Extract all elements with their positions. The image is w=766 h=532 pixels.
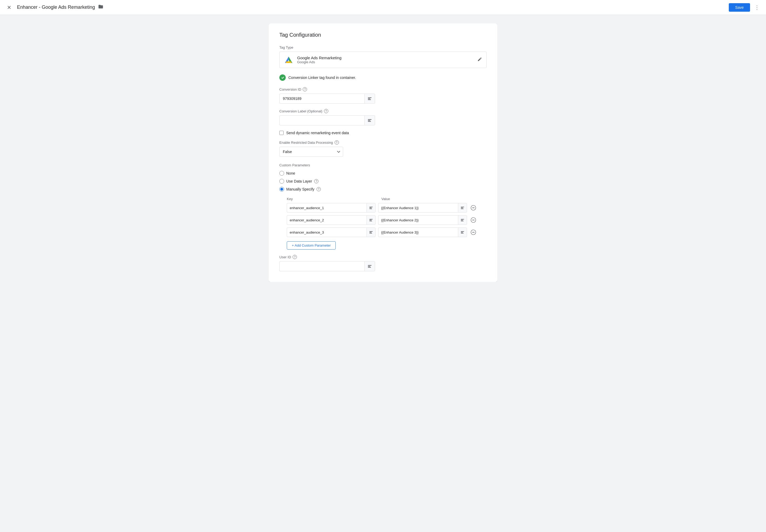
svg-rect-23 <box>369 232 372 233</box>
restricted-help-icon[interactable]: ? <box>335 140 339 145</box>
topbar-left: ✕ Enhancer - Google Ads Remarketing <box>4 3 729 12</box>
save-button[interactable]: Save <box>729 3 750 12</box>
page-title: Enhancer - Google Ads Remarketing <box>17 5 95 10</box>
svg-rect-5 <box>368 119 372 120</box>
param-value-header: Value <box>381 197 472 201</box>
param-value-input-1[interactable] <box>378 203 458 213</box>
remove-param-btn-1[interactable] <box>470 204 477 212</box>
svg-rect-12 <box>461 208 463 208</box>
param-table: Key Value <box>287 197 487 237</box>
radio-none-row[interactable]: None <box>279 171 487 176</box>
conversion-id-section: Conversion ID ? 979309189 <box>279 87 487 104</box>
svg-rect-18 <box>461 219 464 219</box>
conversion-id-input[interactable]: 979309189 <box>279 94 364 104</box>
svg-rect-26 <box>461 232 463 233</box>
param-value-var-btn-1[interactable] <box>458 203 467 213</box>
datalayer-help-icon[interactable]: ? <box>314 179 318 183</box>
svg-rect-3 <box>368 98 370 99</box>
conversion-label-variable-btn[interactable] <box>364 115 375 125</box>
param-key-header: Key <box>287 197 377 201</box>
param-value-var-btn-2[interactable] <box>458 215 467 225</box>
user-id-label: User ID ? <box>279 255 487 259</box>
topbar-actions: Save ⋮ <box>729 3 762 12</box>
more-menu-icon[interactable]: ⋮ <box>752 3 762 12</box>
svg-rect-7 <box>368 121 371 122</box>
param-key-var-btn-2[interactable] <box>367 215 376 225</box>
restricted-processing-label: Enable Restricted Data Processing ? <box>279 140 487 145</box>
send-dynamic-checkbox[interactable] <box>279 131 284 135</box>
param-header: Key Value <box>287 197 487 201</box>
param-row <box>287 215 487 225</box>
svg-rect-11 <box>461 207 464 207</box>
tag-type-info: Google Ads Remarketing Google Ads <box>297 56 342 64</box>
remove-param-btn-2[interactable] <box>470 216 477 224</box>
param-value-wrap-3 <box>378 227 467 237</box>
tag-type-left: Google Ads Remarketing Google Ads <box>284 55 342 65</box>
tag-type-section: Tag Type <box>279 45 487 68</box>
param-key-wrap-2 <box>287 215 376 225</box>
svg-rect-31 <box>368 267 371 268</box>
svg-rect-16 <box>369 220 372 220</box>
param-key-wrap-3 <box>287 227 376 237</box>
tag-config-card: Tag Configuration Tag Type <box>269 23 497 282</box>
svg-rect-13 <box>461 209 464 209</box>
param-value-wrap-1 <box>378 203 467 213</box>
svg-rect-8 <box>369 207 373 207</box>
tag-type-label: Tag Type <box>279 45 487 49</box>
svg-rect-2 <box>368 98 372 98</box>
param-key-input-1[interactable] <box>287 203 367 213</box>
svg-rect-25 <box>461 231 464 232</box>
radio-manually-row[interactable]: Manually Specify ? <box>279 187 487 192</box>
user-id-variable-btn[interactable] <box>364 261 375 271</box>
param-key-var-btn-3[interactable] <box>367 227 376 237</box>
param-value-input-3[interactable] <box>378 227 458 237</box>
param-key-input-3[interactable] <box>287 227 367 237</box>
svg-point-1 <box>279 74 286 81</box>
conversion-label-help-icon[interactable]: ? <box>324 109 328 113</box>
svg-rect-27 <box>461 233 464 234</box>
svg-rect-19 <box>461 220 463 220</box>
scroll-area: Tag Configuration Tag Type <box>269 23 497 282</box>
folder-icon[interactable] <box>98 4 103 11</box>
tag-sub: Google Ads <box>297 60 342 64</box>
param-value-input-2[interactable] <box>378 215 458 225</box>
custom-params-label: Custom Parameters <box>279 163 487 167</box>
user-id-section: User ID ? <box>279 255 487 271</box>
linker-notice: Conversion Linker tag found in container… <box>279 74 487 81</box>
radio-manually[interactable] <box>279 187 284 192</box>
param-row <box>287 203 487 213</box>
user-id-input[interactable] <box>279 261 364 271</box>
svg-rect-6 <box>368 120 370 121</box>
svg-rect-30 <box>368 266 370 267</box>
param-value-var-btn-3[interactable] <box>458 227 467 237</box>
svg-rect-29 <box>368 265 372 266</box>
custom-params-section: Custom Parameters None Use Data Layer ? … <box>279 163 487 250</box>
svg-rect-17 <box>369 221 372 221</box>
radio-none[interactable] <box>279 171 284 176</box>
restricted-processing-section: Enable Restricted Data Processing ? Fals… <box>279 140 487 157</box>
conversion-label-input[interactable] <box>279 115 364 125</box>
send-dynamic-label[interactable]: Send dynamic remarketing event data <box>286 131 349 135</box>
edit-tag-type-icon[interactable] <box>477 57 482 63</box>
restricted-processing-select[interactable]: False True <box>279 147 343 157</box>
topbar: ✕ Enhancer - Google Ads Remarketing Save… <box>0 0 766 15</box>
radio-datalayer[interactable] <box>279 179 284 184</box>
user-id-input-wrap <box>279 261 487 271</box>
conversion-id-help-icon[interactable]: ? <box>303 87 307 91</box>
add-custom-param-button[interactable]: + Add Custom Parameter <box>287 241 336 250</box>
manually-help-icon[interactable]: ? <box>317 187 321 191</box>
radio-datalayer-row[interactable]: Use Data Layer ? <box>279 179 487 184</box>
close-icon[interactable]: ✕ <box>4 3 14 12</box>
svg-rect-9 <box>369 208 372 208</box>
user-id-help-icon[interactable]: ? <box>293 255 297 259</box>
svg-rect-24 <box>369 233 372 234</box>
param-value-wrap-2 <box>378 215 467 225</box>
param-key-var-btn-1[interactable] <box>367 203 376 213</box>
conversion-id-variable-btn[interactable] <box>364 94 375 104</box>
svg-rect-4 <box>368 99 371 100</box>
main-content: Tag Configuration Tag Type <box>0 15 766 290</box>
remove-param-btn-3[interactable] <box>470 229 477 236</box>
custom-params-radio-group: None Use Data Layer ? Manually Specify ? <box>279 171 487 192</box>
tag-name: Google Ads Remarketing <box>297 56 342 60</box>
param-key-input-2[interactable] <box>287 215 367 225</box>
